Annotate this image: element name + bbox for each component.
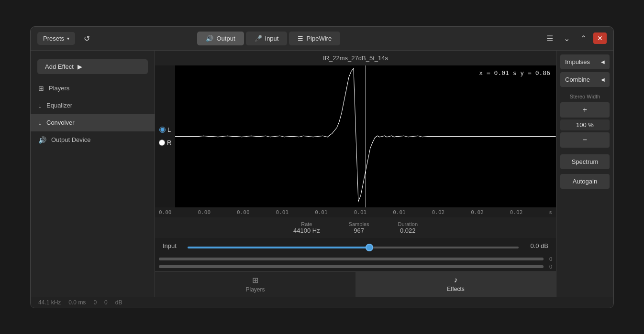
tab-pipewire[interactable]: ☰ PipeWire	[289, 32, 340, 45]
input-slider[interactable]	[188, 247, 519, 248]
app-window: Presets ▾ ↺ 🔊 Output 🎤 Input ☰ PipeWire …	[30, 26, 614, 308]
waveform-title-bar: IR_22ms_27dB_5t_14s	[155, 51, 556, 65]
time-3: 0.01	[276, 209, 289, 215]
samples-value: 967	[349, 227, 369, 234]
status-val1: 0	[93, 299, 97, 306]
time-4: 0.01	[315, 209, 328, 215]
waveform-title: IR_22ms_27dB_5t_14s	[323, 54, 388, 62]
players-tab-label: Players	[245, 286, 265, 293]
scroll-val-2: 0	[547, 264, 552, 269]
time-9: 0.02	[510, 209, 523, 215]
sidebar-equalizer-label: Equalizer	[46, 102, 72, 109]
combine-arrow: ◀	[601, 77, 605, 82]
status-latency: 0.0 ms	[68, 299, 86, 306]
chevron-down-button[interactable]: ⌄	[560, 32, 574, 45]
add-effect-arrow: ▶	[78, 63, 82, 70]
time-6: 0.01	[393, 209, 406, 215]
input-icon: 🎤	[255, 35, 262, 42]
stat-rate: Rate 44100 Hz	[293, 221, 320, 234]
players-icon: ⊞	[38, 85, 44, 92]
time-axis: 0.00 0.00 0.00 0.01 0.01 0.01 0.01 0.02 …	[155, 207, 556, 217]
time-2: 0.00	[237, 209, 250, 215]
sidebar-item-equalizer[interactable]: ↓ Equalizer	[31, 97, 155, 114]
db-value: 0.0 dB	[524, 242, 548, 249]
center-panel: IR_22ms_27dB_5t_14s L R x = 0	[155, 51, 556, 297]
combine-label: Combine	[565, 76, 590, 83]
sidebar-item-output-device[interactable]: 🔊 Output Device	[31, 131, 155, 149]
pipewire-label: PipeWire	[306, 35, 332, 42]
output-icon: 🔊	[206, 35, 213, 42]
input-label: Input	[265, 35, 279, 42]
bottom-tabs: ⊞ Players ♪ Effects	[155, 271, 556, 297]
rate-value: 44100 Hz	[293, 227, 320, 234]
status-bar: 44.1 kHz 0.0 ms 0 0 dB	[31, 297, 613, 308]
time-0: 0.00	[159, 209, 172, 215]
samples-label: Samples	[349, 221, 369, 227]
stereo-percent-value: 100 %	[560, 119, 610, 130]
title-bar: Presets ▾ ↺ 🔊 Output 🎤 Input ☰ PipeWire …	[31, 27, 613, 51]
output-label: Output	[216, 35, 235, 42]
duration-label: Duration	[398, 221, 418, 227]
output-device-icon: 🔊	[38, 136, 46, 144]
time-7: 0.02	[432, 209, 445, 215]
stereo-minus-button[interactable]: −	[560, 132, 610, 148]
add-effect-button[interactable]: Add Effect ▶	[37, 59, 148, 74]
main-content: Add Effect ▶ ⊞ Players ↓ Equalizer ↓ Con…	[31, 51, 613, 297]
scroll-row-2: 0	[159, 264, 552, 269]
spectrum-button[interactable]: Spectrum	[560, 154, 610, 169]
close-button[interactable]: ✕	[593, 32, 607, 44]
cursor-line	[366, 65, 366, 207]
sidebar-convolver-label: Convolver	[46, 119, 75, 126]
refresh-button[interactable]: ↺	[80, 32, 94, 45]
stereo-plus-button[interactable]: +	[560, 102, 610, 118]
rate-label: Rate	[293, 221, 320, 227]
channel-l-label: L	[167, 126, 171, 133]
sidebar: Add Effect ▶ ⊞ Players ↓ Equalizer ↓ Con…	[31, 51, 155, 297]
tab-output[interactable]: 🔊 Output	[197, 32, 244, 45]
tab-players-bottom[interactable]: ⊞ Players	[155, 272, 355, 297]
status-unit: dB	[115, 299, 122, 306]
waveform-display[interactable]: x = 0.01 s y = 0.86	[175, 65, 556, 207]
time-unit: s	[549, 209, 552, 215]
duration-value: 0.022	[398, 227, 418, 234]
time-1: 0.00	[198, 209, 211, 215]
impulses-button[interactable]: Impulses ◀	[560, 54, 610, 69]
autogain-button[interactable]: Autogain	[560, 174, 610, 189]
scroll-track-2[interactable]	[159, 265, 544, 268]
channel-r-label: R	[167, 139, 171, 146]
title-controls: ☰ ⌄ ⌃ ✕	[543, 32, 607, 45]
coords-display: x = 0.01 s y = 0.86	[479, 69, 550, 76]
presets-button[interactable]: Presets ▾	[37, 32, 75, 45]
channel-r-radio[interactable]: R	[159, 139, 171, 146]
input-label: Input	[163, 242, 182, 249]
sidebar-output-device-label: Output Device	[51, 136, 90, 143]
time-5: 0.01	[354, 209, 367, 215]
scroll-val-1: 0	[547, 256, 552, 262]
tab-input[interactable]: 🎤 Input	[246, 32, 288, 45]
convolver-icon: ↓	[38, 119, 42, 127]
stats-row: Rate 44100 Hz Samples 967 Duration 0.022	[155, 217, 556, 238]
impulses-arrow: ◀	[601, 59, 605, 65]
scroll-track-1[interactable]	[159, 258, 544, 260]
sidebar-item-players[interactable]: ⊞ Players	[31, 80, 155, 97]
stereo-section: Stereo Width + 100 % −	[560, 94, 610, 150]
scroll-row-1: 0	[159, 256, 552, 262]
add-effect-label: Add Effect	[45, 63, 74, 70]
presets-label: Presets	[43, 35, 64, 42]
input-slider-row: Input 0.0 dB	[155, 238, 556, 254]
time-8: 0.02	[471, 209, 484, 215]
effects-tab-icon: ♪	[454, 276, 458, 284]
equalizer-icon: ↓	[38, 102, 42, 109]
channel-l-radio[interactable]: L	[159, 126, 171, 133]
sidebar-item-convolver[interactable]: ↓ Convolver	[31, 114, 155, 131]
presets-chevron: ▾	[67, 36, 69, 41]
players-tab-icon: ⊞	[252, 276, 258, 285]
stereo-width-label: Stereo Width	[560, 94, 610, 99]
menu-button[interactable]: ☰	[543, 32, 557, 45]
tab-group: 🔊 Output 🎤 Input ☰ PipeWire	[197, 32, 340, 45]
scrollbars-area: 0 0	[155, 254, 556, 271]
stat-samples: Samples 967	[349, 221, 369, 234]
chevron-up-button[interactable]: ⌃	[577, 32, 590, 45]
combine-button[interactable]: Combine ◀	[560, 72, 610, 87]
tab-effects-bottom[interactable]: ♪ Effects	[355, 272, 556, 297]
